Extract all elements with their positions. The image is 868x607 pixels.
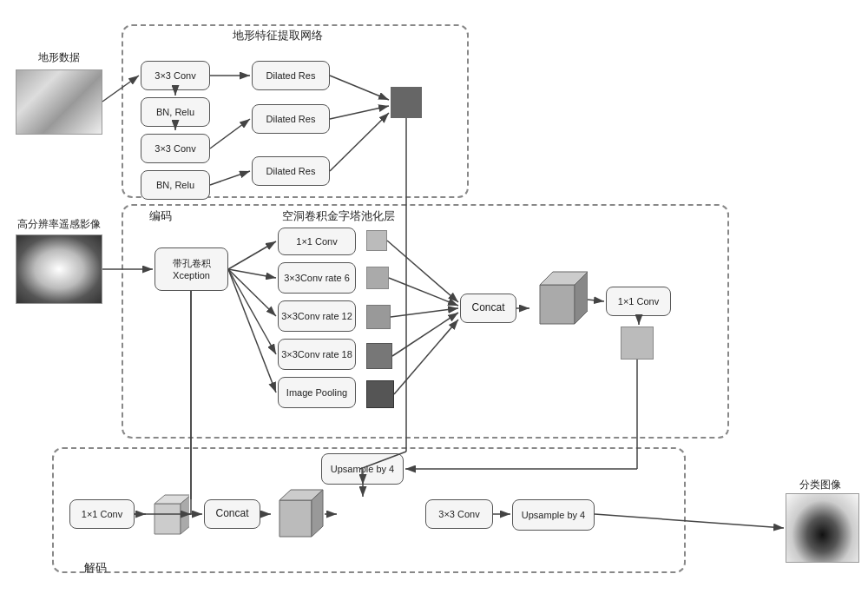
aspp-out-4 — [366, 343, 392, 369]
aspp-out-5 — [366, 380, 394, 408]
terrain-data-label: 地形数据 — [16, 50, 102, 65]
conv1x1-decode-block: 1×1 Conv — [69, 499, 135, 529]
aspp-label: 空洞卷积金字塔池化层 — [252, 208, 425, 224]
aspp-conv1x1-block: 1×1 Conv — [278, 228, 356, 255]
decode-cube-1 — [148, 491, 189, 542]
aspp-rate18-block: 3×3Conv rate 18 — [278, 339, 356, 370]
classified-image — [786, 493, 859, 563]
remote-sensing-label: 高分辨率遥感影像 — [9, 217, 108, 232]
concat-main-block: Concat — [460, 294, 516, 323]
classified-image-label: 分类图像 — [777, 478, 864, 492]
terrain-network-label: 地形特征提取网络 — [191, 28, 365, 43]
terrain-image — [16, 69, 102, 135]
conv1x1-out-cube — [621, 327, 654, 360]
backbone-block: 带孔卷积 Xception — [155, 247, 228, 291]
bn-relu-1-block: BN, Relu — [141, 97, 210, 127]
svg-marker-0 — [540, 285, 575, 324]
bn-relu-2-block: BN, Relu — [141, 170, 210, 200]
conv3x3-decode-block: 3×3 Conv — [425, 499, 493, 529]
upsample4-top-block: Upsample by 4 — [321, 453, 404, 485]
terrain-merge-cube — [391, 87, 422, 118]
aspp-rate6-block: 3×3Conv rate 6 — [278, 262, 356, 294]
main-feature-cube — [531, 267, 588, 336]
svg-marker-3 — [155, 504, 181, 534]
dilated-res-1-block: Dilated Res — [252, 61, 330, 90]
dilated-res-2-block: Dilated Res — [252, 104, 330, 134]
decoder-label: 解码 — [69, 560, 122, 576]
upsample4-bottom-block: Upsample by 4 — [512, 499, 595, 531]
svg-marker-6 — [279, 500, 312, 537]
conv3x3-1-block: 3×3 Conv — [141, 61, 210, 90]
aspp-rate12-block: 3×3Conv rate 12 — [278, 300, 356, 332]
remote-sensing-image — [16, 234, 102, 304]
concat-decode-block: Concat — [204, 499, 260, 529]
aspp-out-3 — [366, 305, 391, 329]
aspp-out-2 — [366, 267, 389, 289]
conv1x1-main-block: 1×1 Conv — [606, 287, 671, 316]
decode-cube-2 — [273, 485, 325, 547]
aspp-out-1 — [366, 230, 387, 251]
dilated-res-3-block: Dilated Res — [252, 156, 330, 186]
encoder-label: 编码 — [135, 208, 187, 224]
encoder-box — [122, 204, 729, 439]
diagram-container: 地形数据 高分辨率遥感影像 分类图像 地形特征提取网络 编码 空洞卷积金字塔池化… — [0, 0, 868, 607]
image-pooling-block: Image Pooling — [278, 377, 356, 408]
conv3x3-2-block: 3×3 Conv — [141, 134, 210, 163]
